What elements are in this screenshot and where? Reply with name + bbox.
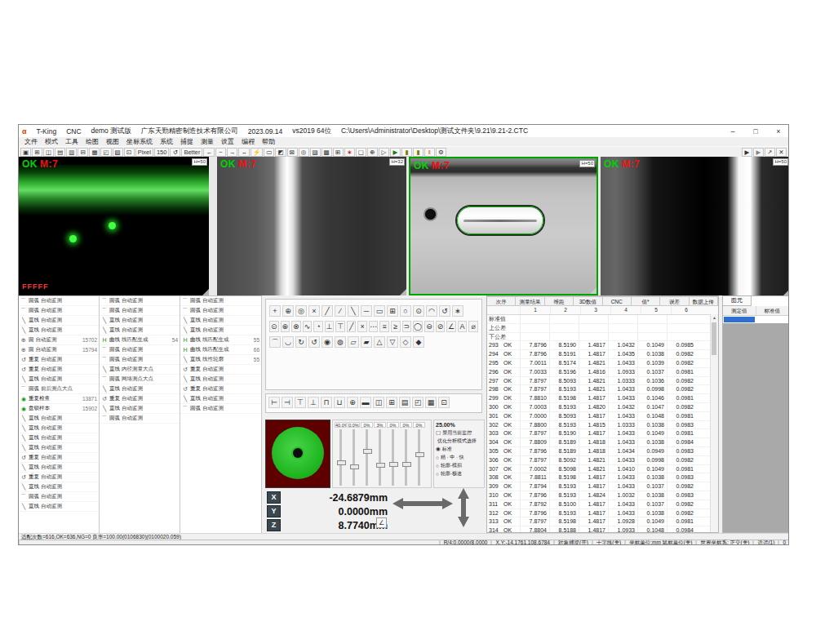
measure-list-item[interactable]: ╲ 直线 自动监测 <box>180 394 261 404</box>
close-button[interactable]: × <box>772 127 785 135</box>
toolbar-button[interactable]: ⊡ <box>124 148 135 157</box>
light-slider[interactable]: 0% <box>361 422 373 486</box>
measure-list-item[interactable]: ╲ 直线 自动监测 <box>19 433 99 443</box>
table-tab[interactable]: 误差 <box>660 296 689 306</box>
draw-tool-icon[interactable]: ↺ <box>308 336 320 348</box>
light-slider[interactable]: 0% <box>413 422 425 486</box>
tolerance-row[interactable]: 下公差 <box>487 333 718 342</box>
toolbar-button[interactable]: ▶ <box>742 148 752 157</box>
toolbar-button[interactable]: ▶ <box>753 148 764 157</box>
measure-list-item[interactable]: H 曲线 线匹配生成 66 <box>180 345 261 355</box>
toolbar-button[interactable]: ⊕ <box>367 148 378 157</box>
table-row[interactable]: 309 OK 7.8794 8.5193 1.4817 1.0433 0.103… <box>487 482 718 491</box>
option-mark-icon[interactable]: ▢ <box>436 429 441 436</box>
jog-vertical-control[interactable] <box>458 488 469 527</box>
slider-track[interactable] <box>392 429 394 486</box>
draw-tool-icon[interactable]: ⊤ <box>335 321 345 332</box>
draw-tool-icon[interactable]: ◡ <box>282 336 294 348</box>
constraint-tool-icon[interactable]: ▦ <box>425 397 437 408</box>
light-slider[interactable]: 0% <box>400 422 412 486</box>
scroll-up-icon[interactable]: ▲ <box>711 314 718 321</box>
element-tab[interactable]: 图元 <box>723 296 752 306</box>
menu-item[interactable]: 编程 <box>238 137 258 146</box>
measure-list-item[interactable]: ╲ 直线 自动监测 <box>19 463 99 473</box>
column-number[interactable]: 2 <box>550 306 580 314</box>
menu-item[interactable]: 文件 <box>21 137 41 146</box>
table-row[interactable]: 297 OK 7.8797 8.5093 1.4821 1.0333 0.103… <box>487 377 718 386</box>
constraint-tool-icon[interactable]: ◰ <box>412 397 424 408</box>
slider-track[interactable] <box>339 429 342 486</box>
menu-item[interactable]: 捕捉 <box>177 137 197 146</box>
toolbar-button[interactable]: ▭ <box>264 148 274 157</box>
toolbar-button[interactable]: ↺ <box>170 148 180 157</box>
constraint-tool-icon[interactable]: ⊣ <box>282 397 293 408</box>
constraint-tool-icon[interactable]: ⊕ <box>347 397 358 408</box>
x-axis-button[interactable]: X <box>267 491 281 504</box>
resize-grip-icon[interactable] <box>783 289 789 295</box>
draw-tool-icon[interactable]: ↺ <box>439 305 450 317</box>
slider-track[interactable] <box>379 429 381 486</box>
table-row[interactable]: 294 OK 7.8796 8.5191 1.4817 1.0435 0.103… <box>487 350 718 359</box>
measure-list-item[interactable]: ╲ 直线 自动监测 <box>19 424 99 433</box>
table-tab[interactable]: 值* <box>632 296 660 306</box>
column-number[interactable]: 1 <box>520 306 550 314</box>
draw-tool-icon[interactable]: ⊃ <box>402 321 412 332</box>
measure-list-item[interactable]: ↺ 重复 自动监测 <box>180 365 261 375</box>
column-number[interactable]: 5 <box>641 306 671 314</box>
slider-thumb[interactable] <box>415 452 424 457</box>
draw-tool-icon[interactable]: ∕ <box>335 305 346 317</box>
measure-list-item[interactable]: ⌒ 圆弧 自动监测 <box>100 414 180 424</box>
status-segment[interactable]: 适运(1) <box>753 540 778 545</box>
status-segment[interactable]: 0 <box>778 540 789 545</box>
table-row[interactable]: 303 OK 7.8797 8.5190 1.4817 1.0433 0.104… <box>487 429 718 438</box>
toolbar-button[interactable]: ▢ <box>356 148 366 157</box>
toolbar-button[interactable]: ⊠ <box>287 148 298 157</box>
table-row[interactable]: 296 OK 7.0033 8.5196 1.4816 1.0933 0.103… <box>487 368 718 377</box>
draw-tool-icon[interactable]: ◉ <box>322 336 333 348</box>
measure-list-item[interactable]: ╲ 直线 自动监测 <box>19 482 99 492</box>
draw-tool-icon[interactable]: ⌒ <box>269 336 281 348</box>
table-row[interactable]: 306 OK 7.8797 8.5092 1.4821 1.0433 0.099… <box>487 456 718 465</box>
draw-tool-icon[interactable]: ⊙ <box>269 321 279 332</box>
table-row[interactable]: 302 OK 7.8800 8.5193 1.4815 1.0333 0.103… <box>487 421 718 430</box>
draw-tool-icon[interactable]: ○ <box>400 305 411 317</box>
draw-tool-icon[interactable]: ⊕ <box>281 321 290 332</box>
toolbar-button[interactable]: ∗ <box>344 148 355 157</box>
z-axis-button[interactable]: Z <box>267 519 281 531</box>
draw-tool-icon[interactable]: ∗ <box>452 305 463 317</box>
minimize-button[interactable]: – <box>726 127 739 135</box>
constraint-tool-icon[interactable]: ⊥ <box>308 397 319 408</box>
draw-tool-icon[interactable]: ▭ <box>374 305 385 317</box>
draw-tool-icon[interactable]: ⊘ <box>436 321 446 332</box>
toolbar-button[interactable]: ← <box>203 148 215 157</box>
draw-tool-icon[interactable]: ≡ <box>379 321 389 332</box>
option-row[interactable]: 优化分析模式选择 <box>436 437 482 445</box>
option-row[interactable]: ▢ 禁用当前监控 <box>436 429 482 437</box>
option-mark-icon[interactable]: ○ <box>436 471 439 477</box>
table-row[interactable]: 293 OK 7.8796 8.5190 1.4817 1.0432 0.104… <box>487 341 718 350</box>
camera-view-4[interactable]: OKM:7 H=50 <box>601 157 789 295</box>
draw-tool-icon[interactable]: ⊕ <box>282 305 294 317</box>
toolbar-button[interactable]: ↗ <box>765 148 775 157</box>
status-segment[interactable]: 对象捕捉(开) <box>554 540 592 545</box>
toolbar-button[interactable]: − <box>215 148 226 157</box>
column-number[interactable]: 6 <box>671 306 701 314</box>
slider-track[interactable] <box>418 429 420 486</box>
toolbar-button[interactable]: ▶ <box>390 148 401 157</box>
measure-list-item[interactable]: ╲ 直线 自动监测 <box>100 384 180 394</box>
table-row[interactable]: 313 OK 7.8797 8.5198 1.4817 1.0928 0.104… <box>487 517 718 526</box>
draw-tool-icon[interactable]: ⊗ <box>291 321 301 332</box>
maximize-button[interactable]: □ <box>749 127 762 135</box>
draw-tool-icon[interactable]: ⋯ <box>369 321 379 332</box>
toolbar-button[interactable]: 150 <box>154 148 170 157</box>
resize-grip-icon[interactable] <box>590 287 596 294</box>
measure-list-item[interactable]: ╲ 直线 自动监测 <box>19 326 99 335</box>
toolbar-button[interactable]: ⚡ <box>251 148 263 157</box>
menu-item[interactable]: 绘图 <box>82 137 102 146</box>
menu-item[interactable]: 工具 <box>62 137 82 146</box>
measure-list-item[interactable]: ╲ 直线 自动监测 <box>19 443 99 453</box>
draw-tool-icon[interactable]: ≥ <box>391 321 401 332</box>
constraint-tool-icon[interactable]: ⊞ <box>386 397 397 408</box>
table-tab[interactable]: 次序 <box>487 296 516 306</box>
draw-tool-icon[interactable]: ╲ <box>348 305 359 317</box>
